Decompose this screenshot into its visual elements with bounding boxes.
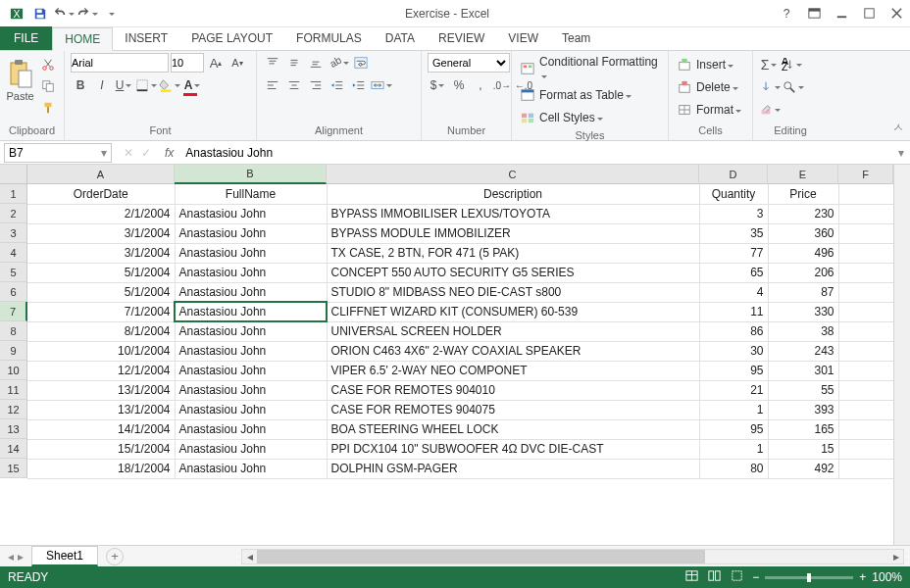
sort-filter-button[interactable]: AZ [781, 55, 802, 74]
cell[interactable]: 7/1/2004 [27, 302, 175, 321]
align-middle-button[interactable] [284, 53, 304, 73]
zoom-in-button[interactable]: + [859, 570, 866, 584]
name-box[interactable]: B7▾ [4, 143, 112, 163]
cell[interactable]: Anastasiou John [175, 380, 327, 400]
ribbon-display-options[interactable] [800, 0, 828, 27]
cell[interactable]: Anastasiou John [175, 400, 327, 419]
cell[interactable]: ORION C463 4X6" 2-WAY COAXIAL SPEAKER [327, 341, 699, 361]
wrap-text-button[interactable] [351, 53, 371, 73]
row-header[interactable]: 15 [0, 459, 27, 478]
cell[interactable]: 15/1/2004 [27, 439, 175, 459]
italic-button[interactable]: I [92, 75, 112, 95]
cell[interactable] [838, 223, 893, 243]
font-color-button[interactable]: A [182, 75, 202, 95]
merge-center-button[interactable] [371, 75, 392, 95]
row-header[interactable]: 10 [0, 361, 27, 380]
help-button[interactable]: ? [773, 0, 800, 27]
row-header[interactable]: 2 [0, 204, 27, 223]
cell[interactable]: BYPASS MODULE IMMOBILIZER [327, 223, 699, 243]
zoom-out-button[interactable]: − [752, 570, 759, 584]
cell[interactable] [838, 263, 893, 282]
cell[interactable]: Price [768, 184, 838, 204]
cell[interactable]: CLIFFNET WIZARD KIT (CONSUMER) 60-539 [327, 302, 699, 321]
cell[interactable]: 11 [699, 302, 768, 321]
cell[interactable]: 165 [768, 419, 838, 439]
increase-decimal-button[interactable]: .0→ [492, 75, 512, 95]
cell[interactable]: 38 [768, 321, 838, 341]
select-all-corner[interactable] [0, 165, 27, 184]
tab-data[interactable]: DATA [374, 26, 427, 50]
cell[interactable]: 21 [699, 380, 768, 400]
column-header-D[interactable]: D [699, 165, 768, 184]
enter-edit-button[interactable]: ✓ [141, 146, 151, 160]
cell[interactable]: Anastasiou John [175, 223, 327, 243]
cell[interactable]: UNIVERSAL SCREEN HOLDER [327, 321, 699, 341]
cell[interactable]: 301 [768, 361, 838, 380]
row-header[interactable]: 6 [0, 282, 27, 302]
accounting-format-button[interactable]: $ [428, 75, 447, 95]
cell[interactable]: 3/1/2004 [27, 223, 175, 243]
cell[interactable]: BOA STEERING WHEEL LOCK [327, 419, 699, 439]
vertical-scrollbar[interactable] [893, 165, 910, 545]
cell[interactable]: CONCEPT 550 AUTO SECURITY G5 SERIES [327, 263, 699, 282]
cell[interactable]: 30 [699, 341, 768, 361]
cell[interactable]: Anastasiou John [175, 361, 327, 380]
cell[interactable]: 3 [699, 204, 768, 223]
view-layout-icon[interactable] [707, 568, 722, 586]
tab-page-layout[interactable]: PAGE LAYOUT [179, 26, 284, 50]
cell[interactable]: CASE FOR REMOTES 904075 [327, 400, 699, 419]
cell[interactable]: 206 [768, 263, 838, 282]
align-center-button[interactable] [284, 75, 304, 95]
tab-view[interactable]: VIEW [496, 26, 550, 50]
format-painter-button[interactable] [38, 98, 58, 118]
insert-cells-button[interactable]: Insert [696, 58, 733, 72]
cell[interactable]: Anastasiou John [175, 204, 327, 223]
fx-icon[interactable]: fx [159, 146, 179, 160]
cell[interactable]: 5/1/2004 [27, 263, 175, 282]
cell[interactable]: 77 [699, 243, 768, 263]
cell[interactable]: 13/1/2004 [27, 380, 175, 400]
cell[interactable]: OrderDate [27, 184, 175, 204]
cell[interactable]: 360 [768, 223, 838, 243]
border-button[interactable] [135, 75, 157, 95]
qat-customize[interactable] [100, 3, 122, 24]
minimize-button[interactable] [828, 0, 855, 27]
align-bottom-button[interactable] [306, 53, 326, 73]
view-pagebreak-icon[interactable] [730, 568, 744, 586]
copy-button[interactable] [38, 76, 58, 96]
tab-file[interactable]: FILE [0, 26, 52, 50]
format-as-table-button[interactable]: Format as Table [539, 88, 632, 102]
cell[interactable] [838, 459, 893, 478]
undo-button[interactable] [53, 3, 75, 24]
cell[interactable]: 18/1/2004 [27, 459, 175, 478]
cell[interactable]: 12/1/2004 [27, 361, 175, 380]
row-header[interactable]: 7 [0, 302, 27, 321]
zoom-level[interactable]: 100% [872, 570, 902, 584]
hscroll-right[interactable]: ▸ [888, 550, 903, 564]
column-header-C[interactable]: C [327, 165, 699, 184]
fill-color-button[interactable] [159, 75, 180, 95]
clear-button[interactable] [759, 100, 781, 120]
cell[interactable]: CASE FOR REMOTES 904010 [327, 380, 699, 400]
cell[interactable]: Anastasiou John [175, 459, 327, 478]
cell[interactable] [838, 282, 893, 302]
cell-styles-button[interactable]: Cell Styles [539, 111, 603, 124]
number-format-combo[interactable]: General [428, 53, 510, 73]
sheet-nav-prev[interactable]: ◂ [8, 550, 14, 564]
cell[interactable]: 80 [699, 459, 768, 478]
cell[interactable]: STUDIO 8" MIDBASS NEO DIE-CAST s800 [327, 282, 699, 302]
cut-button[interactable] [38, 55, 58, 74]
cell[interactable] [838, 439, 893, 459]
cell[interactable]: 496 [768, 243, 838, 263]
column-header-E[interactable]: E [768, 165, 838, 184]
cell[interactable]: Anastasiou John [175, 341, 327, 361]
row-header[interactable]: 1 [0, 184, 27, 204]
cell[interactable]: 492 [768, 459, 838, 478]
cell[interactable]: Description [327, 184, 699, 204]
row-header[interactable]: 3 [0, 223, 27, 243]
cell[interactable]: 13/1/2004 [27, 400, 175, 419]
cell[interactable]: 2/1/2004 [27, 204, 175, 223]
cell[interactable]: BYPASS IMMOBILISER LEXUS/TOYOTA [327, 204, 699, 223]
underline-button[interactable]: U [114, 75, 133, 95]
column-header-F[interactable]: F [838, 165, 893, 184]
